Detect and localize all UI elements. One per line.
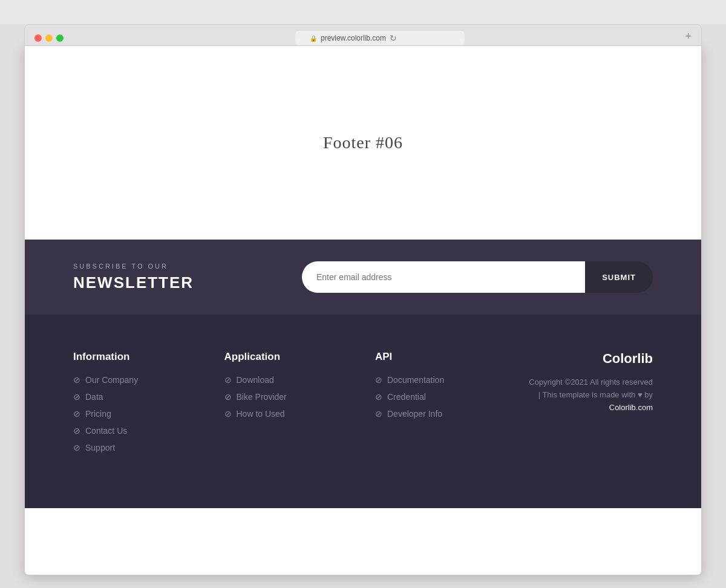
copyright-link[interactable]: Colorlib.com	[609, 403, 653, 412]
check-circle-icon: ⊘	[73, 443, 80, 452]
footer-col-title-application: Application	[224, 351, 352, 363]
bottom-bar	[25, 508, 701, 575]
check-circle-icon: ⊘	[375, 409, 382, 419]
minimize-button[interactable]	[45, 34, 53, 42]
footer-col-api: API ⊘ Documentation ⊘ Credential ⊘ Devel	[375, 351, 502, 460]
submit-button[interactable]: SUBMIT	[585, 261, 653, 293]
lock-icon: 🔒	[310, 35, 317, 42]
list-item: ⊘ How to Used	[224, 409, 352, 419]
footer-link-pricing[interactable]: Pricing	[85, 409, 111, 419]
copyright-text: Copyright ©2021 All rights reserved | Th…	[529, 377, 653, 399]
main-content: Footer #06	[25, 46, 701, 240]
footer-col-information: Information ⊘ Our Company ⊘ Data ⊘ Prici	[73, 351, 200, 460]
check-circle-icon: ⊘	[375, 392, 382, 402]
footer-col-title-api: API	[375, 351, 502, 363]
list-item: ⊘ Bike Provider	[224, 392, 352, 402]
email-input[interactable]	[302, 261, 585, 293]
newsletter-subtitle: SUBSCRIBE TO OUR	[73, 263, 194, 270]
address-bar: 🔒 preview.colorlib.com ↻	[68, 31, 692, 45]
footer-link-documentation[interactable]: Documentation	[387, 375, 444, 385]
refresh-icon[interactable]: ↻	[390, 33, 397, 43]
footer-link-bike-provider[interactable]: Bike Provider	[237, 392, 287, 402]
list-item: ⊘ Data	[73, 392, 200, 402]
footer-links-information: ⊘ Our Company ⊘ Data ⊘ Pricing ⊘	[73, 375, 200, 452]
page-wrapper: 🔒 preview.colorlib.com ↻ + Footer #06 SU…	[0, 24, 726, 588]
list-item: ⊘ Our Company	[73, 375, 200, 385]
footer-link-credential[interactable]: Credential	[387, 392, 426, 402]
list-item: ⊘ Credential	[375, 392, 502, 402]
footer-link-contact-us[interactable]: Contact Us	[85, 426, 127, 436]
check-circle-icon: ⊘	[224, 392, 232, 402]
check-circle-icon: ⊘	[73, 375, 80, 385]
check-circle-icon: ⊘	[73, 392, 80, 402]
list-item: ⊘ Download	[224, 375, 352, 385]
new-tab-button[interactable]: +	[685, 31, 692, 42]
list-item: ⊘ Documentation	[375, 375, 502, 385]
list-item: ⊘ Pricing	[73, 409, 200, 419]
browser-chrome: 🔒 preview.colorlib.com ↻ +	[24, 24, 702, 46]
newsletter-left: SUBSCRIBE TO OUR NEWSLETTER	[73, 263, 194, 292]
traffic-lights	[34, 34, 64, 42]
footer-brand-name: Colorlib	[603, 351, 653, 367]
footer-link-support[interactable]: Support	[85, 443, 115, 452]
check-circle-icon: ⊘	[73, 409, 80, 419]
footer-section: Information ⊘ Our Company ⊘ Data ⊘ Prici	[25, 315, 701, 508]
footer-links-api: ⊘ Documentation ⊘ Credential ⊘ Developer…	[375, 375, 502, 419]
footer-copyright: Copyright ©2021 All rights reserved | Th…	[526, 376, 653, 414]
list-item: ⊘ Support	[73, 443, 200, 452]
footer-links-application: ⊘ Download ⊘ Bike Provider ⊘ How to Used	[224, 375, 352, 419]
footer-col-title-information: Information	[73, 351, 200, 363]
footer-grid: Information ⊘ Our Company ⊘ Data ⊘ Prici	[73, 351, 653, 460]
footer-col-application: Application ⊘ Download ⊘ Bike Provider ⊘	[224, 351, 352, 460]
check-circle-icon: ⊘	[224, 375, 232, 385]
browser-window: Footer #06 SUBSCRIBE TO OUR NEWSLETTER S…	[24, 46, 702, 575]
list-item: ⊘ Contact Us	[73, 426, 200, 436]
maximize-button[interactable]	[56, 34, 64, 42]
footer-link-how-to-used[interactable]: How to Used	[237, 409, 285, 419]
newsletter-title: NEWSLETTER	[73, 273, 194, 292]
url-text: preview.colorlib.com	[321, 34, 386, 42]
close-button[interactable]	[34, 34, 42, 42]
footer-link-data[interactable]: Data	[85, 392, 103, 402]
check-circle-icon: ⊘	[224, 409, 232, 419]
list-item: ⊘ Developer Info	[375, 409, 502, 419]
footer-col-brand: Colorlib Copyright ©2021 All rights rese…	[526, 351, 653, 460]
footer-link-our-company[interactable]: Our Company	[85, 375, 138, 385]
newsletter-section: SUBSCRIBE TO OUR NEWSLETTER SUBMIT	[25, 240, 701, 315]
footer-link-developer-info[interactable]: Developer Info	[387, 409, 442, 419]
address-bar-inner[interactable]: 🔒 preview.colorlib.com ↻	[295, 31, 465, 45]
page-title: Footer #06	[323, 133, 403, 152]
newsletter-form: SUBMIT	[302, 261, 653, 293]
check-circle-icon: ⊘	[73, 426, 80, 436]
check-circle-icon: ⊘	[375, 375, 382, 385]
footer-link-download[interactable]: Download	[237, 375, 274, 385]
